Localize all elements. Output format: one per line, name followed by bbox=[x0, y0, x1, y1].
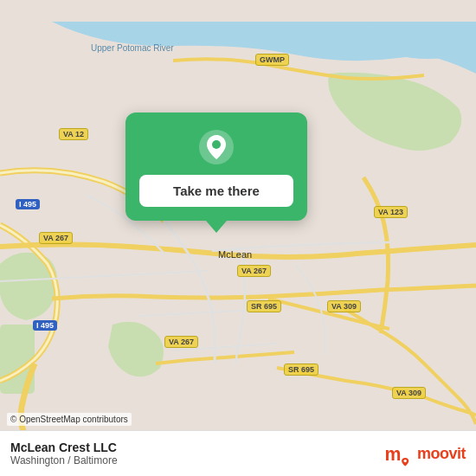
bottom-bar: McLean Crest LLC Washington / Baltimore … bbox=[0, 430, 476, 476]
location-info: McLean Crest LLC Washington / Baltimore bbox=[10, 441, 118, 466]
take-me-there-button[interactable]: Take me there bbox=[139, 175, 293, 207]
road-label-i495-left: I 495 bbox=[16, 199, 40, 209]
moovit-icon: m bbox=[383, 438, 414, 469]
road-label-sr695: SR 695 bbox=[247, 300, 281, 312]
road-label-i495-bottom: I 495 bbox=[33, 320, 57, 331]
location-pin-icon bbox=[197, 128, 235, 166]
road-label-va267-right: VA 267 bbox=[237, 265, 271, 277]
svg-point-7 bbox=[404, 460, 407, 462]
place-label-upper-potomac: Upper Potomac River bbox=[91, 43, 174, 53]
road-label-gwmp: GWMP bbox=[255, 54, 289, 66]
location-name: McLean Crest LLC bbox=[10, 441, 118, 454]
road-label-va309-b: VA 309 bbox=[392, 387, 426, 399]
road-label-sr695-b: SR 695 bbox=[284, 363, 318, 376]
place-label-mclean: McLean bbox=[218, 249, 252, 260]
svg-text:m: m bbox=[384, 444, 401, 465]
map-container: VA 12 I 495 VA 267 I 495 VA 123 VA 267 V… bbox=[0, 0, 476, 476]
copyright-text: © OpenStreetMap contributors bbox=[7, 413, 132, 426]
moovit-text: moovit bbox=[417, 445, 466, 463]
svg-point-4 bbox=[212, 140, 221, 149]
popup-card: Take me there bbox=[125, 113, 307, 221]
moovit-logo: m moovit bbox=[383, 438, 466, 469]
road-label-va267-far: VA 267 bbox=[164, 336, 198, 348]
location-sub: Washington / Baltimore bbox=[10, 454, 118, 466]
road-label-va267: VA 267 bbox=[39, 232, 73, 244]
road-label-va309: VA 309 bbox=[327, 300, 361, 312]
road-label-va123: VA 123 bbox=[374, 206, 408, 218]
road-label-va12: VA 12 bbox=[59, 128, 88, 140]
